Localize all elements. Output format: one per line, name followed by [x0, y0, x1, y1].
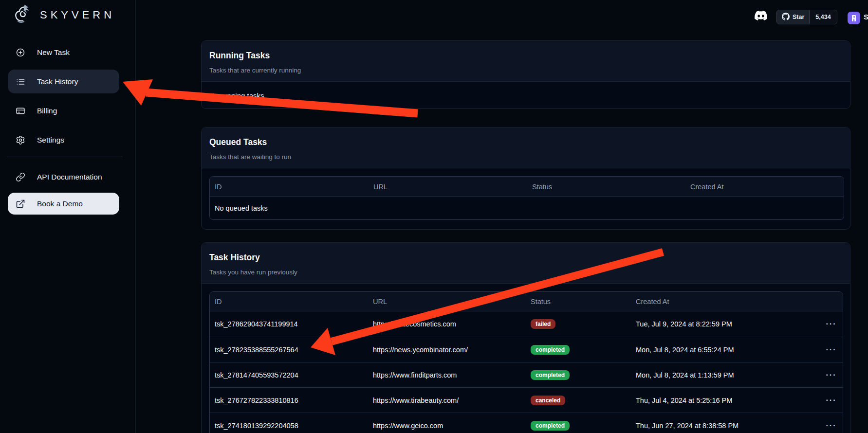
discord-icon[interactable] — [753, 9, 769, 24]
task-row[interactable]: tsk_278147405593572204https://www.findit… — [210, 362, 843, 387]
table-header-row: ID URL Status Created At — [210, 177, 844, 197]
running-tasks-header: Running Tasks Tasks that are currently r… — [202, 41, 850, 82]
empty-row: No queued tasks — [210, 197, 844, 219]
card-title: Running Tasks — [209, 51, 842, 61]
task-url-cell: https://elatecosmetics.com — [368, 311, 526, 337]
sidebar: SKYVERN New Task Task History Billing Se — [0, 0, 136, 433]
history-table-body: tsk_278629043741199914https://elatecosme… — [210, 311, 843, 433]
task-status-cell: failed — [526, 311, 631, 337]
task-created-at-cell: Mon, Jul 8, 2024 at 6:55:24 PM — [631, 337, 815, 362]
task-row[interactable]: tsk_274180139292204058https://www.geico.… — [210, 413, 843, 433]
sidebar-item-new-task[interactable]: New Task — [8, 40, 119, 64]
column-header-url: URL — [368, 292, 526, 311]
task-id-cell: tsk_278629043741199914 — [210, 311, 368, 337]
credit-card-icon — [16, 106, 25, 116]
column-header-id: ID — [210, 292, 368, 311]
sidebar-item-label: Task History — [37, 77, 78, 86]
status-badge: canceled — [531, 396, 565, 405]
user-name-partial[interactable]: Sk — [864, 13, 868, 21]
sidebar-item-label: Billing — [37, 107, 57, 115]
task-actions-cell: ··· — [815, 337, 843, 362]
github-star-widget[interactable]: Star 5,434 — [776, 10, 837, 24]
list-icon — [16, 77, 25, 87]
queued-tasks-card: Queued Tasks Tasks that are waiting to r… — [201, 127, 850, 230]
column-header-created-at: Created At — [685, 177, 844, 197]
task-row[interactable]: tsk_278235388555267564https://news.ycomb… — [210, 337, 843, 362]
card-title: Task History — [209, 253, 842, 263]
task-status-cell: completed — [526, 337, 631, 362]
task-created-at-cell: Thu, Jul 4, 2024 at 5:25:16 PM — [631, 387, 815, 413]
column-header-id: ID — [210, 177, 369, 197]
link-icon — [16, 172, 25, 182]
task-actions-cell: ··· — [815, 362, 843, 387]
card-title: Queued Tasks — [209, 137, 842, 147]
task-created-at-cell: Mon, Jul 8, 2024 at 1:13:59 PM — [631, 362, 815, 387]
column-header-created-at: Created At — [631, 292, 815, 311]
brand-wordmark: SKYVERN — [40, 9, 115, 21]
task-history-header: Task History Tasks you have run previous… — [202, 243, 850, 284]
row-menu-button[interactable]: ··· — [826, 396, 837, 405]
task-status-cell: completed — [526, 413, 631, 433]
building-icon — [850, 14, 858, 22]
dragon-logo-icon — [12, 2, 34, 28]
status-badge: completed — [531, 370, 570, 380]
card-subtitle: Tasks that are waiting to run — [209, 153, 842, 161]
running-tasks-card: Running Tasks Tasks that are currently r… — [201, 40, 850, 109]
row-menu-button[interactable]: ··· — [826, 371, 837, 379]
task-url-cell: https://www.geico.com — [368, 413, 526, 433]
queued-tasks-table: ID URL Status Created At No queued tasks — [209, 176, 844, 220]
github-icon — [782, 13, 790, 22]
status-badge: completed — [531, 345, 570, 355]
sidebar-item-label: New Task — [37, 48, 70, 57]
github-star-label: Star — [793, 14, 804, 20]
column-header-status: Status — [527, 177, 685, 197]
sidebar-item-billing[interactable]: Billing — [8, 99, 119, 123]
column-header-actions — [815, 292, 843, 311]
status-badge: completed — [531, 421, 570, 431]
sidebar-item-label: API Documentation — [37, 173, 102, 181]
no-queued-tasks-text: No queued tasks — [210, 197, 844, 219]
task-history-table: ID URL Status Created At tsk_27862904374… — [209, 291, 843, 433]
github-star-count[interactable]: 5,434 — [809, 10, 836, 24]
task-created-at-cell: Tue, Jul 9, 2024 at 8:22:59 PM — [631, 311, 815, 337]
avatar[interactable] — [848, 12, 860, 24]
task-actions-cell: ··· — [815, 413, 843, 433]
task-row[interactable]: tsk_276727822333810816https://www.tirabe… — [210, 387, 843, 413]
book-a-demo-button[interactable]: Book a Demo — [8, 193, 119, 215]
task-row[interactable]: tsk_278629043741199914https://elatecosme… — [210, 311, 843, 337]
task-id-cell: tsk_274180139292204058 — [210, 413, 368, 433]
task-id-cell: tsk_276727822333810816 — [210, 387, 368, 413]
column-header-url: URL — [369, 177, 527, 197]
no-running-tasks-text: No running tasks — [202, 82, 850, 109]
sidebar-item-label: Book a Demo — [37, 199, 83, 208]
skyvern-app: SKYVERN New Task Task History Billing Se — [0, 0, 868, 433]
task-actions-cell: ··· — [815, 387, 843, 413]
sidebar-item-settings[interactable]: Settings — [8, 128, 119, 152]
row-menu-button[interactable]: ··· — [826, 421, 837, 430]
sidebar-divider — [7, 157, 123, 157]
status-badge: failed — [531, 319, 555, 329]
task-actions-cell: ··· — [815, 311, 843, 337]
queued-tasks-header: Queued Tasks Tasks that are waiting to r… — [202, 127, 850, 168]
gear-icon — [16, 135, 25, 145]
github-star-button[interactable]: Star — [777, 10, 809, 24]
card-subtitle: Tasks you have run previously — [209, 269, 842, 276]
card-subtitle: Tasks that are currently running — [209, 67, 842, 74]
sidebar-item-label: Settings — [37, 136, 64, 144]
row-menu-button[interactable]: ··· — [826, 320, 837, 328]
external-link-icon — [16, 199, 25, 209]
sidebar-item-task-history[interactable]: Task History — [8, 70, 119, 93]
task-url-cell: https://www.tirabeauty.com/ — [368, 387, 526, 413]
row-menu-button[interactable]: ··· — [826, 345, 837, 354]
task-status-cell: canceled — [526, 387, 631, 413]
task-id-cell: tsk_278147405593572204 — [210, 362, 368, 387]
task-id-cell: tsk_278235388555267564 — [210, 337, 368, 362]
task-status-cell: completed — [526, 362, 631, 387]
column-header-status: Status — [526, 292, 631, 311]
sidebar-item-api-documentation[interactable]: API Documentation — [8, 165, 119, 189]
plus-circle-icon — [16, 48, 25, 57]
table-header-row: ID URL Status Created At — [210, 292, 843, 311]
task-history-card: Task History Tasks you have run previous… — [201, 242, 850, 433]
skyvern-logo: SKYVERN — [12, 2, 115, 28]
task-url-cell: https://news.ycombinator.com/ — [368, 337, 526, 362]
